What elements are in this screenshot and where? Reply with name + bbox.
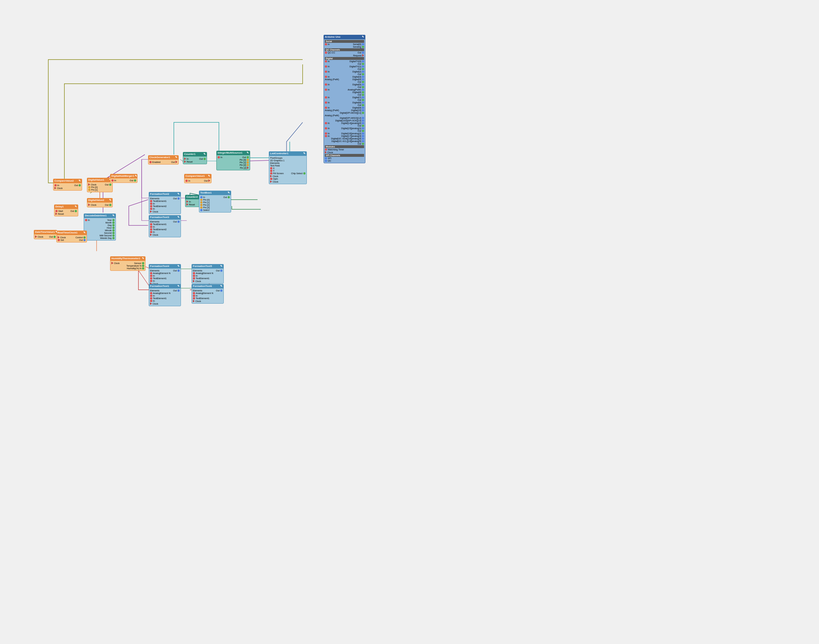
formation-text5-node: FormationText5 ✎ Elements Out AnalogElem… [191, 264, 224, 284]
compare-value1-node: CompareValue1 ✎ In Out [184, 174, 211, 183]
wire-canvas [0, 0, 819, 644]
port-sending: Sending [325, 46, 364, 48]
formation-text1-label: FormationText1 [150, 285, 169, 288]
text-box1-label: TextBox1 [200, 191, 211, 194]
formation-text3-header[interactable]: FormationText3 ✎ [149, 215, 181, 219]
formation-text4-node: FormationText4 ✎ Elements Out AnalogElem… [149, 264, 181, 286]
counter1-label: Counter1 [184, 153, 195, 155]
formation-text2-header[interactable]: FormationText2 ✎ [149, 192, 181, 196]
formation-text2-node: FormationText2 ✎ Elements Out TextElemen… [149, 192, 181, 214]
humidity-thermometer1-label: HumidityThermometer1 [112, 257, 140, 260]
led-controller1-header[interactable]: LedController1 ✎ [269, 151, 307, 155]
decode-date-time1-node: DecodeDatetime1 ✎ In Year Month Day [84, 213, 116, 241]
compare-value2-node: CompareValue2 ✎ In Out Clock [53, 179, 82, 191]
real-time-clock1-header[interactable]: RealTimeClock1 ✎ [56, 230, 87, 235]
decode-date-time1-header[interactable]: DecodeDatetime1 ✎ [84, 213, 116, 218]
integer-multi-source1-label: IntegerMultiSource1 [217, 151, 242, 154]
qc-section: QC Channels [325, 48, 364, 51]
serial-section: Serial [325, 40, 364, 43]
formation-text3-node: FormationText3 ✎ Elements Out TextElemen… [149, 215, 181, 237]
port-qccc-dot [325, 52, 327, 54]
humidity-thermometer1-node: HumidityThermometer1 ✎ Clock Sensor Temp… [110, 256, 145, 271]
real-time-clock1-node: RealTimeClock1 ✎ Clock Control Set Out [56, 230, 87, 242]
integer-multi-source1-header[interactable]: IntegerMultiSource1 ✎ [216, 151, 250, 155]
modules-section: Modules [325, 145, 364, 148]
arduino-uno-header[interactable]: Arduino Uno ✎ [323, 35, 365, 39]
compare-value2-header[interactable]: CompareValue2 ✎ [53, 179, 82, 183]
port-serial0: In Serial[0] [325, 43, 364, 45]
digital-value2-label: DigitalValue2 [88, 199, 104, 202]
digital-hub-merger1-node: DigitalHubMerger1 ✎ In Out [110, 174, 138, 183]
date-time-value1-node: DateTimeValue1 ✎ Clock Out [34, 230, 57, 239]
formation-text6-label: FormationText6 [193, 285, 212, 288]
clock-generator1-label: ClockGenerator1 [149, 156, 170, 159]
formation-text3-label: FormationText3 [150, 216, 169, 219]
digital-hub-merger1-label: DigitalHubMerger1 [112, 175, 134, 178]
digital-value2-header[interactable]: DigitalValue2 ✎ [87, 198, 113, 202]
digital-value1-node: DigitalValue1 ✎ Clock Out Pin [0] Pin [1… [87, 178, 113, 192]
port-qccc: QC-CC Out [325, 52, 364, 54]
formation-text1-header[interactable]: FormationText1 ✎ [149, 284, 181, 288]
arduino-uno-label: Arduino Uno [325, 35, 340, 38]
counter1-node: Counter1 ✎ In Out Reset [183, 152, 207, 164]
counter2-label: Counter2 [187, 195, 197, 198]
port-in-dot [325, 43, 327, 45]
arduino-uno-body: Serial In Serial[0] Sending QC Channels … [323, 39, 365, 163]
formation-text1-node: FormationText1 ✎ Elements Out AnalogElem… [149, 284, 181, 306]
led-controller1-node: LedController1 ✎ PixelGroups 2D Graphics… [269, 151, 307, 184]
formation-text4-label: FormationText4 [150, 265, 169, 268]
clock-generator1-header[interactable]: ClockGenerator1 ✎ [148, 155, 179, 159]
compare-value1-label: CompareValue1 [185, 175, 205, 178]
compare-value1-header[interactable]: CompareValue1 ✎ [184, 174, 211, 178]
delay1-label: Delay1 [55, 205, 64, 208]
compare-value2-label: CompareValue2 [54, 179, 74, 182]
formation-text6-header[interactable]: FormationText6 ✎ [191, 284, 224, 288]
clock-generator1-node: ClockGenerator1 ✎ Enabled Out [148, 155, 179, 164]
formation-text5-header[interactable]: FormationText5 ✎ [191, 264, 224, 268]
formation-text6-node: FormationText6 ✎ Elements Out AnalogElem… [191, 284, 224, 304]
formation-text2-label: FormationText2 [150, 193, 169, 195]
formation-text5-label: FormationText5 [193, 265, 212, 268]
counter1-header[interactable]: Counter1 ✎ [183, 152, 207, 156]
port-sending-dot [362, 46, 364, 48]
digital-hub-merger1-header[interactable]: DigitalHubMerger1 ✎ [110, 174, 138, 178]
led-controller1-label: LedController1 [270, 152, 288, 155]
decode-date-time1-label: DecodeDatetime1 [85, 214, 107, 217]
delay1-node: Delay1 ✎ Start Out Reset [54, 204, 78, 216]
arduino-uno-edit-icon[interactable]: ✎ [362, 35, 364, 38]
port-out-qc [362, 52, 364, 54]
digital-value1-label: DigitalValue1 [88, 178, 104, 181]
date-time-value1-header[interactable]: DateTimeValue1 ✎ [34, 230, 57, 234]
formation-text4-header[interactable]: FormationText4 ✎ [149, 264, 181, 268]
real-time-clock1-label: RealTimeClock1 [58, 231, 78, 234]
digital-section: Digital [325, 57, 364, 60]
spi-section: SPI Channels [325, 154, 364, 157]
text-box1-header[interactable]: TextBox1 ✎ [199, 191, 231, 195]
humidity-thermometer1-header[interactable]: HumidityThermometer1 ✎ [110, 256, 145, 261]
arduino-uno-node: Arduino Uno ✎ Serial In Serial[0] Sendin… [323, 35, 365, 163]
delay1-header[interactable]: Delay1 ✎ [54, 204, 78, 209]
integer-multi-source1-node: IntegerMultiSource1 ✎ In Out Pin [0] Pin… [216, 151, 250, 170]
digital-value2-node: DigitalValue2 ✎ Clock Out [87, 198, 113, 207]
date-time-value1-label: DateTimeValue1 [35, 230, 55, 233]
text-box1-node: TextBox1 ✎ In Out Pin [0] Pin [1] [199, 191, 231, 213]
port-out-dot [362, 43, 364, 45]
digital-value1-header[interactable]: DigitalValue1 ✎ [87, 178, 113, 182]
